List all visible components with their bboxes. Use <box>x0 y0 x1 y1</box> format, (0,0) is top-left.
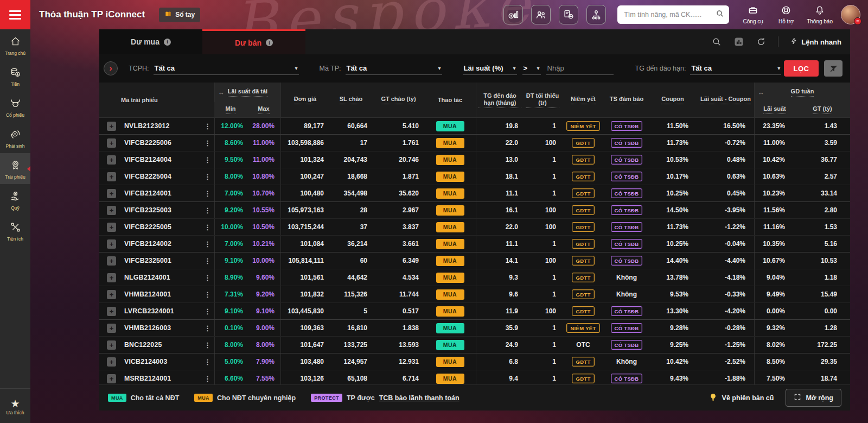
col-header-spread[interactable]: Lãi suất - Coupon <box>697 83 754 117</box>
mua-button[interactable]: MUA <box>436 138 464 148</box>
row-menu-icon[interactable] <box>201 353 214 370</box>
old-version-button[interactable]: Về phiên bản cũ <box>709 393 774 403</box>
row-menu-icon[interactable] <box>201 185 214 201</box>
table-row[interactable]: VIFCB2325001 9.10% 10.00% 105,814,111 60… <box>99 252 850 269</box>
col-header-max[interactable]: Max <box>247 102 280 117</box>
expand-row-icon[interactable] <box>107 307 116 316</box>
expand-row-icon[interactable] <box>107 239 116 249</box>
col-header-week-rate[interactable]: Lãi suất <box>754 102 795 117</box>
row-menu-icon[interactable] <box>201 236 214 252</box>
mua-button[interactable]: MUA <box>436 205 464 216</box>
sidebar-item-derivatives[interactable]: Phái sinh <box>0 122 30 153</box>
col-header-min-invest[interactable]: ĐT tối thiểu (tr) <box>524 83 561 117</box>
col-header-listing[interactable]: Niêm yết <box>561 83 605 117</box>
rate-value-input[interactable] <box>546 62 614 75</box>
expand-row-icon[interactable] <box>107 223 116 232</box>
maturity-filter-select[interactable]: Tất cả <box>690 62 781 75</box>
expand-row-icon[interactable] <box>107 256 116 266</box>
expand-row-icon[interactable] <box>107 340 116 350</box>
clear-filter-button[interactable] <box>824 60 843 77</box>
table-row[interactable]: BNC122025 8.00% 8.00% 101,647 133,725 13… <box>99 337 850 353</box>
row-menu-icon[interactable] <box>201 286 214 302</box>
mua-button[interactable]: MUA <box>436 155 464 165</box>
col-header-collateral[interactable]: TS đảm bảo <box>605 83 648 117</box>
tab-du-ban[interactable]: Dư bán <box>202 29 305 54</box>
table-row[interactable]: NLGB2124001 8.90% 9.60% 101,561 44,642 4… <box>99 269 850 286</box>
col-header-value[interactable]: GT chào (tỷ) <box>373 83 424 117</box>
expand-row-icon[interactable] <box>107 273 116 282</box>
search-input[interactable] <box>623 10 712 19</box>
rate-filter-select[interactable]: Lãi suất (%) <box>463 62 517 75</box>
mua-button[interactable]: MUA <box>436 340 464 350</box>
col-header-coupon[interactable]: Coupon <box>648 83 697 117</box>
col-group-rate[interactable]: Lãi suất đã tải <box>214 83 280 102</box>
quick-order-button[interactable]: Lệnh nhanh <box>790 37 841 47</box>
table-row[interactable]: NVLB2123012 12.00% 28.00% 89,177 60,664 … <box>99 118 850 135</box>
col-header-week-value[interactable]: GT (tỷ) <box>795 102 850 117</box>
expand-row-icon[interactable] <box>107 189 116 198</box>
table-row[interactable]: MSRB2124001 6.60% 7.55% 103,126 65,108 6… <box>99 370 850 384</box>
expand-row-icon[interactable] <box>107 290 116 299</box>
resize-columns-icon[interactable] <box>758 89 764 96</box>
sidebar-item-utilities[interactable]: Tiện ích <box>0 215 30 246</box>
info-icon[interactable] <box>164 39 171 46</box>
sidebar-item-favorites[interactable]: ★ Ưa thích <box>0 388 30 423</box>
table-row[interactable]: VHMB2126003 0.10% 9.00% 109,363 16,810 1… <box>99 320 850 337</box>
table-row[interactable]: VIFCB2225005 10.00% 10.50% 103,715,244 3… <box>99 219 850 236</box>
table-row[interactable]: VIFCB2124004 9.50% 11.00% 101,324 204,74… <box>99 151 850 168</box>
resize-columns-icon[interactable] <box>218 89 225 96</box>
row-menu-icon[interactable] <box>201 303 214 319</box>
mua-button[interactable]: MUA <box>436 188 464 199</box>
expand-row-icon[interactable] <box>107 324 116 333</box>
bond-code-filter-select[interactable]: Tất cả <box>346 62 442 75</box>
mua-button[interactable]: MUA <box>436 222 464 232</box>
expand-row-icon[interactable] <box>107 155 116 165</box>
margin-money-button[interactable] <box>503 5 523 24</box>
tcb-guarantee-link[interactable]: TCB bảo lãnh thanh toán <box>379 394 459 402</box>
issuer-filter-select[interactable]: Tất cả <box>154 62 299 75</box>
expand-row-icon[interactable] <box>107 172 116 181</box>
table-row[interactable]: VIFCB2124001 7.00% 10.70% 100,480 354,49… <box>99 185 850 202</box>
tools-shortcut[interactable]: Công cụ <box>741 5 765 24</box>
mua-button[interactable]: MUA <box>436 239 464 249</box>
notifications-shortcut[interactable]: Thông báo <box>807 5 833 24</box>
mua-button[interactable]: MUA <box>436 256 464 266</box>
row-menu-icon[interactable] <box>201 370 214 384</box>
col-header-min[interactable]: Min <box>214 102 247 117</box>
row-menu-icon[interactable] <box>201 320 214 336</box>
table-row[interactable]: VICB2124003 5.00% 7.90% 103,480 124,957 … <box>99 353 850 370</box>
table-row[interactable]: VHMB2124001 7.31% 9.20% 101,832 115,326 … <box>99 286 850 303</box>
sidebar-item-funds[interactable]: Quỹ <box>0 184 30 215</box>
table-row[interactable]: VIFCB2325003 9.20% 10.55% 105,973,163 28… <box>99 202 850 219</box>
org-network-button[interactable] <box>586 5 606 24</box>
refresh-icon[interactable] <box>756 37 766 47</box>
table-search-icon[interactable] <box>712 37 722 47</box>
search-icon[interactable] <box>716 9 724 20</box>
row-menu-icon[interactable] <box>201 269 214 286</box>
expand-row-icon[interactable] <box>107 206 116 215</box>
sidebar-item-money[interactable]: Tiền <box>0 60 30 91</box>
expand-button[interactable]: Mở rộng <box>786 389 841 407</box>
col-header-price[interactable]: Đơn giá <box>280 83 329 117</box>
table-row[interactable]: VIFCB2225006 8.60% 11.00% 103,598,886 17… <box>99 135 850 151</box>
expand-row-icon[interactable] <box>107 374 116 383</box>
row-menu-icon[interactable] <box>201 252 214 269</box>
mua-button[interactable]: MUA <box>436 306 464 317</box>
filter-apply-button[interactable]: LỌC <box>784 60 819 77</box>
col-group-week[interactable]: GD tuần <box>754 83 850 102</box>
col-header-maturity[interactable]: TG đến đáo hạn (tháng) <box>476 83 524 117</box>
row-menu-icon[interactable] <box>201 168 214 185</box>
sidebar-item-home[interactable]: Trang chủ <box>0 29 30 60</box>
row-menu-icon[interactable] <box>201 219 214 235</box>
mua-button[interactable]: MUA <box>436 172 464 182</box>
row-menu-icon[interactable] <box>201 118 214 134</box>
collapse-filters-icon[interactable] <box>104 61 118 75</box>
handbook-badge[interactable]: Sổ tay <box>159 8 200 22</box>
row-menu-icon[interactable] <box>201 135 214 151</box>
mua-button[interactable]: MUA <box>436 289 464 300</box>
support-shortcut[interactable]: Hỗ trợ <box>774 5 799 24</box>
operator-select[interactable]: > <box>522 62 541 75</box>
mua-button[interactable]: MUA <box>436 357 464 367</box>
sidebar-item-stocks[interactable]: Cổ phiếu <box>0 91 30 122</box>
table-row[interactable]: LVRCB2324001 9.10% 9.10% 103,445,830 5 0… <box>99 303 850 320</box>
